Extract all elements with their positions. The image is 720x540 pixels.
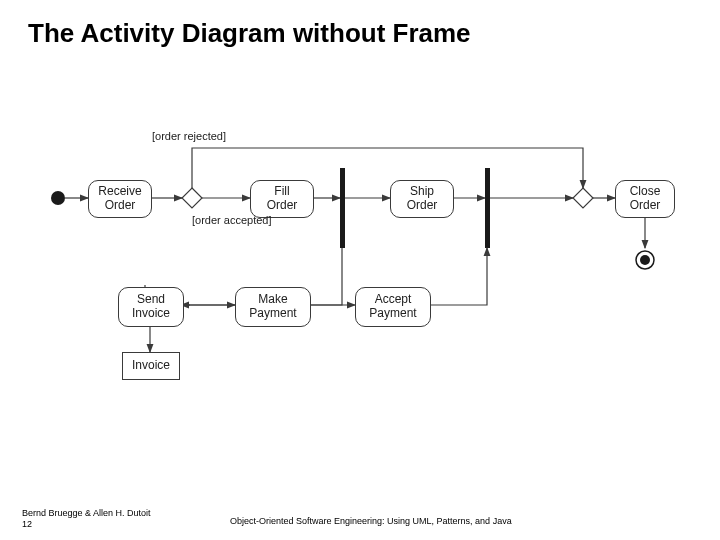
final-node-dot <box>640 255 650 265</box>
node-label: SendInvoice <box>132 293 170 321</box>
join-bar <box>485 168 490 248</box>
guard-rejected: [order rejected] <box>152 130 226 142</box>
node-label: Invoice <box>132 359 170 373</box>
footer-book-title: Object-Oriented Software Engineering: Us… <box>230 516 512 526</box>
fork-bar-1 <box>340 168 345 248</box>
activity-make-payment: MakePayment <box>235 287 311 327</box>
guard-accepted: [order accepted] <box>192 214 272 226</box>
node-label: MakePayment <box>249 293 296 321</box>
footer-left: Bernd Bruegge & Allen H. Dutoit 12 <box>22 508 151 531</box>
footer-author: Bernd Bruegge & Allen H. Dutoit <box>22 508 151 519</box>
activity-diagram: ReceiveOrder FillOrder ShipOrder CloseOr… <box>40 120 680 410</box>
merge-diamond <box>573 188 593 208</box>
object-invoice: Invoice <box>122 352 180 380</box>
decision-diamond <box>182 188 202 208</box>
node-label: ShipOrder <box>407 185 438 213</box>
footer-page-number: 12 <box>22 519 151 530</box>
node-label: ReceiveOrder <box>98 185 141 213</box>
activity-fill-order: FillOrder <box>250 180 314 218</box>
activity-ship-order: ShipOrder <box>390 180 454 218</box>
activity-send-invoice: SendInvoice <box>118 287 184 327</box>
node-label: AcceptPayment <box>369 293 416 321</box>
activity-close-order: CloseOrder <box>615 180 675 218</box>
node-label: CloseOrder <box>630 185 661 213</box>
slide: The Activity Diagram without Frame <box>0 0 720 540</box>
activity-receive-order: ReceiveOrder <box>88 180 152 218</box>
page-title: The Activity Diagram without Frame <box>28 18 471 49</box>
node-label: FillOrder <box>267 185 298 213</box>
initial-node <box>51 191 65 205</box>
activity-accept-payment: AcceptPayment <box>355 287 431 327</box>
